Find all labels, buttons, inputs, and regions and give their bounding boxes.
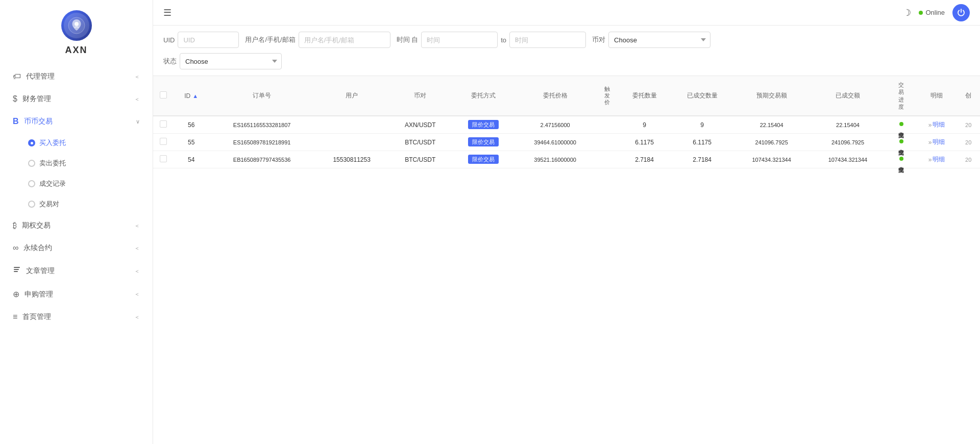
cell-filled-amount-0: 22.15404 — [810, 116, 886, 134]
time-to-label: to — [501, 36, 506, 44]
row-checkbox-2[interactable] — [160, 155, 167, 162]
sidebar-item-trade-record[interactable]: 成交记录 — [20, 174, 148, 193]
coin-trade-icon: B — [13, 117, 19, 126]
filter-username: 用户名/手机/邮箱 — [245, 32, 390, 48]
futures-label: 期权交易 — [22, 221, 51, 230]
finance-label: 财务管理 — [22, 94, 51, 104]
id-sort-icon[interactable]: ▲ — [192, 93, 198, 99]
finance-icon: $ — [13, 94, 17, 104]
row-checkbox-cell — [153, 116, 174, 134]
cell-pair-0: AXN/USDT — [388, 116, 452, 134]
futures-chevron: ＜ — [134, 222, 140, 230]
filter-status: 状态 Choose — [163, 53, 282, 69]
cell-id-1: 55 — [174, 134, 209, 151]
time-to-input[interactable] — [509, 32, 586, 48]
sidebar-item-finance[interactable]: $ 财务管理 ＜ — [5, 88, 148, 110]
cell-trigger-price-1 — [596, 134, 618, 151]
table-row: 54 EB1650897797435536 15530811253 BTC/US… — [153, 151, 980, 168]
cell-id-0: 56 — [174, 116, 209, 134]
perpetual-icon: ∞ — [13, 243, 18, 253]
svg-rect-2 — [14, 267, 20, 268]
sidebar-item-perpetual[interactable]: ∞ 永续合约 ＜ — [5, 237, 148, 259]
svg-rect-3 — [14, 269, 19, 270]
time-label: 时间 自 — [397, 35, 419, 44]
cell-create-2: 20 — [957, 151, 980, 168]
th-expected-amount: 预期交易额 — [733, 76, 810, 116]
currency-select[interactable]: Choose — [608, 32, 710, 48]
progress-dot-1 — [899, 139, 903, 143]
row-checkbox-cell — [153, 151, 174, 168]
th-checkbox — [153, 76, 174, 116]
subscription-label: 申购管理 — [24, 290, 53, 299]
time-from-input[interactable] — [421, 32, 498, 48]
theme-toggle-button[interactable]: ☽ — [903, 7, 911, 18]
entrust-type-badge-1: 限价交易 — [468, 137, 499, 146]
homepage-label: 首页管理 — [22, 312, 51, 322]
cell-entrust-type-1: 限价交易 — [452, 134, 514, 151]
cell-create-1: 20 — [957, 134, 980, 151]
username-label: 用户名/手机/邮箱 — [245, 35, 295, 44]
sell-order-radio — [28, 160, 35, 167]
cell-progress-0: 全部成交 — [886, 116, 917, 134]
cell-user-1 — [315, 134, 388, 151]
cell-filled-qty-0: 9 — [671, 116, 733, 134]
th-entrust-price: 委托价格 — [514, 76, 596, 116]
status-select[interactable]: Choose — [180, 53, 282, 69]
sidebar-item-agent[interactable]: 🏷 代理管理 ＜ — [5, 66, 148, 87]
cell-order-no-1: ES1650897819218991 — [209, 134, 315, 151]
logo-icon — [61, 10, 92, 41]
cell-entrust-price-0: 2.47156000 — [514, 116, 596, 134]
cell-order-no-0: ES1651165533281807 — [209, 116, 315, 134]
sidebar-item-trade-pair[interactable]: 交易对 — [20, 194, 148, 214]
perpetual-chevron: ＜ — [134, 244, 140, 252]
row-checkbox-1[interactable] — [160, 138, 167, 145]
select-all-checkbox[interactable] — [160, 91, 167, 98]
detail-link-2[interactable]: 明细 — [933, 155, 945, 164]
detail-link-1[interactable]: 明细 — [933, 138, 945, 146]
table-row: 55 ES1650897819218991 BTC/USDT 限价交易 3946… — [153, 134, 980, 151]
uid-label: UID — [163, 36, 175, 44]
filter-uid: UID — [163, 32, 239, 48]
th-user: 用户 — [315, 76, 388, 116]
agent-icon: 🏷 — [13, 72, 21, 81]
logo-area: AXN — [61, 10, 92, 56]
cell-filled-qty-1: 6.1175 — [671, 134, 733, 151]
agent-label: 代理管理 — [26, 72, 55, 81]
table-row: 56 ES1651165533281807 AXN/USDT 限价交易 2.47… — [153, 116, 980, 134]
detail-arrow-2: » — [928, 156, 932, 163]
sidebar-item-article[interactable]: 文章管理 ＜ — [5, 260, 148, 282]
th-pair: 币对 — [388, 76, 452, 116]
cell-expected-amount-1: 241096.7925 — [733, 134, 810, 151]
cell-trigger-price-0 — [596, 116, 618, 134]
sidebar: AXN 🏷 代理管理 ＜ $ 财务管理 ＜ B 币币交易 ∨ — [0, 0, 153, 444]
cell-detail-0: » 明细 — [917, 116, 957, 134]
sidebar-item-subscription[interactable]: ⊕ 申购管理 ＜ — [5, 283, 148, 305]
cell-entrust-type-0: 限价交易 — [452, 116, 514, 134]
buy-order-radio — [28, 139, 35, 146]
power-button[interactable] — [952, 4, 970, 21]
sidebar-item-homepage[interactable]: ≡ 首页管理 ＜ — [5, 306, 148, 328]
sidebar-item-sell-order[interactable]: 卖出委托 — [20, 154, 148, 173]
brand-name: AXN — [65, 45, 87, 56]
cell-entrust-type-2: 限价交易 — [452, 151, 514, 168]
th-trigger-price: 触发价 — [596, 76, 618, 116]
online-status: Online — [919, 9, 945, 16]
buy-order-label: 买入委托 — [39, 138, 66, 147]
cell-create-0: 20 — [957, 116, 980, 134]
row-checkbox-0[interactable] — [160, 120, 167, 128]
sidebar-item-futures[interactable]: ₿ 期权交易 ＜ — [5, 215, 148, 236]
article-icon — [13, 266, 21, 276]
username-input[interactable] — [299, 32, 390, 48]
cell-id-2: 54 — [174, 151, 209, 168]
uid-input[interactable] — [178, 32, 239, 48]
cell-filled-amount-2: 107434.321344 — [810, 151, 886, 168]
homepage-chevron: ＜ — [134, 313, 140, 321]
cell-progress-2: 全部成交 — [886, 151, 917, 168]
th-id: ID ▲ — [174, 76, 209, 116]
hamburger-button[interactable]: ☰ — [163, 7, 172, 18]
detail-link-0[interactable]: 明细 — [933, 120, 945, 129]
row-checkbox-cell — [153, 134, 174, 151]
sidebar-item-coin-trade[interactable]: B 币币交易 ∨ — [5, 111, 148, 132]
sidebar-item-buy-order[interactable]: 买入委托 — [20, 133, 148, 153]
cell-detail-1: » 明细 — [917, 134, 957, 151]
